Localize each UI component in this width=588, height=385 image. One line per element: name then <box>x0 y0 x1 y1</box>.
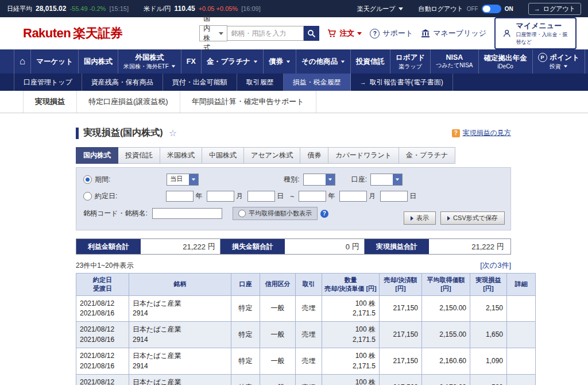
nav-nisa[interactable]: NISA つみたてNISA <box>431 49 478 74</box>
search-icon <box>307 29 316 38</box>
detail-cell <box>507 375 536 385</box>
logout-button[interactable]: ログアウト <box>528 3 581 15</box>
day-label: 日 <box>277 191 284 201</box>
caret-down-icon <box>254 60 257 63</box>
search-button[interactable] <box>304 26 319 41</box>
avg-price-decimal-toggle[interactable]: 平均取得価額小数表示 <box>233 207 318 220</box>
stock-code-name-input[interactable] <box>152 208 222 219</box>
nav-point-investment[interactable]: ポイント 投資 <box>533 49 585 74</box>
subnav-account-top[interactable]: 口座管理トップ <box>14 74 82 91</box>
subnav-trade-history[interactable]: 取引履歴 <box>237 74 284 91</box>
subnav-trade-reports[interactable]: 取引報告書等(電子書面) <box>351 74 453 91</box>
to-day-input[interactable] <box>380 191 408 202</box>
from-month-input[interactable] <box>207 191 234 202</box>
tab-realized-pl[interactable]: 実現損益 <box>23 91 77 113</box>
from-day-input[interactable] <box>247 191 275 202</box>
ptab-domestic-stock[interactable]: 国内株式 <box>76 147 118 164</box>
realized-pl-total-value: 21,222 円 <box>429 239 509 254</box>
from-year-input[interactable] <box>166 191 194 202</box>
ptab-gold-platinum[interactable]: 金・プラチナ <box>399 147 455 164</box>
search-category-select[interactable]: 国内株式 <box>199 25 227 41</box>
ptab-asean-stock[interactable]: アセアン株式 <box>244 147 300 164</box>
table-row: 2021/08/122021/08/16 日本たばこ産業2914 特定 一般 売… <box>76 295 536 322</box>
moneybridge-link[interactable]: マネーブリッジ <box>421 28 486 38</box>
table-header-row: 約定日受渡日 銘柄 口座 信用区分 取引 数量売却/決済単価 [円] 売却/決済… <box>76 274 536 296</box>
nav-label: 確定拠出年金 <box>484 53 527 63</box>
favorite-star-icon[interactable] <box>169 128 177 138</box>
nav-ideco[interactable]: 確定拠出年金 iDeCo <box>479 49 533 74</box>
col-amount: 売却/決済額[円] <box>380 274 422 296</box>
nav-label: マーケット <box>36 57 73 67</box>
tab-annual-pl-taxreturn[interactable]: 年間損益計算・確定申告サポート <box>180 91 316 113</box>
ptab-us-stock[interactable]: 米国株式 <box>160 147 202 164</box>
nav-foreign-stock[interactable]: 外国株式 米国株・海外ETF <box>118 49 181 74</box>
col-margin: 信用区分 <box>260 274 296 296</box>
date-cell: 2021/08/122021/08/16 <box>76 348 129 375</box>
ptab-bonds[interactable]: 債券 <box>300 147 328 164</box>
support-menu[interactable]: サポート <box>370 28 413 38</box>
account-select[interactable] <box>370 174 403 186</box>
nav-investment-trust[interactable]: 投資信託 <box>351 49 390 74</box>
trade-date-radio[interactable] <box>83 192 92 201</box>
to-month-input[interactable] <box>339 191 367 202</box>
avg-toggle-label: 平均取得価額小数表示 <box>249 209 312 218</box>
ptab-china-stock[interactable]: 中国株式 <box>202 147 244 164</box>
margin-cell: 一般 <box>260 375 296 385</box>
help-link-label: 実現損益の見方 <box>463 128 511 138</box>
subnav-buying-power[interactable]: 買付・出金可能額 <box>163 74 237 91</box>
csv-button-label: CSV形式で保存 <box>453 214 498 222</box>
pl-cell: 500 <box>470 375 507 385</box>
nav-fx[interactable]: FX <box>181 49 202 74</box>
help-link[interactable]: 実現損益の見方 <box>452 128 511 138</box>
search-input[interactable] <box>227 26 304 41</box>
ptab-investment-trust[interactable]: 投資信託 <box>118 147 160 164</box>
nav-market[interactable]: マーケット <box>31 49 79 74</box>
next-page-link[interactable]: [次の3件] <box>480 260 511 271</box>
tab-specific-account-pl[interactable]: 特定口座損益(譲渡益税) <box>77 91 180 113</box>
profit-total-label: 利益金額合計 <box>76 239 141 254</box>
subnav-balance[interactable]: 資産残高・保有商品 <box>82 74 163 91</box>
nav-domestic-stock[interactable]: 国内株式 <box>79 49 118 74</box>
col-pl: 実現損益[円] <box>470 274 507 296</box>
stock-cell: 日本たばこ産業2914 <box>129 375 231 385</box>
nav-roboad[interactable]: ロボアド 楽ラップ <box>390 49 431 74</box>
realized-pl-table: 約定日受渡日 銘柄 口座 信用区分 取引 数量売却/決済単価 [円] 売却/決済… <box>76 273 536 385</box>
date-cell: 2021/08/122021/08/16 <box>76 295 129 322</box>
filter-panel: 期間: 当日 種別: 口座: 約定日: <box>76 167 511 230</box>
amount-cell: 217,150 <box>380 348 422 375</box>
nav-label: ロボアド <box>396 53 425 63</box>
site-header: Rakuten楽天証券 国内株式 注文 サポート マネーブリッジ マイメニュー … <box>0 17 588 49</box>
period-radio[interactable] <box>83 175 92 184</box>
caret-down-icon <box>563 66 567 68</box>
ptab-label: カバードワラント <box>335 151 392 159</box>
amount-cell: 217,500 <box>380 375 422 385</box>
nav-home[interactable] <box>14 49 31 74</box>
avg-cell: 2,155.00 <box>422 322 470 348</box>
nav-gold-platinum[interactable]: 金・プラチナ <box>202 49 264 74</box>
detail-cell <box>507 295 536 322</box>
ptab-label: アセアン株式 <box>251 151 293 159</box>
rakuten-securities-logo[interactable]: Rakuten楽天証券 <box>23 25 122 42</box>
subnav-label: 資産残高・保有商品 <box>91 78 153 87</box>
avg-toggle-help-icon[interactable] <box>320 210 328 218</box>
to-year-input[interactable] <box>299 191 326 202</box>
subnav-pl-tax-history[interactable]: 損益・税金履歴 <box>284 74 351 91</box>
csv-save-button[interactable]: CSV形式で保存 <box>440 211 505 225</box>
show-button[interactable]: 表示 <box>404 211 436 225</box>
type-select[interactable] <box>303 174 335 186</box>
pl-cell: 2,150 <box>470 295 507 322</box>
order-menu[interactable]: 注文 <box>327 28 362 38</box>
ptab-covered-warrant[interactable]: カバードワラント <box>328 147 399 164</box>
my-menu-button[interactable]: マイメニュー 口座管理・入出金・振替など <box>494 17 577 49</box>
usdjpy-label: 米ドル/円 <box>144 5 171 13</box>
bank-icon <box>421 29 430 37</box>
nav-other-products[interactable]: その他商品 <box>296 49 351 74</box>
ptab-label: 国内株式 <box>83 151 111 159</box>
nav-bonds[interactable]: 債券 <box>264 49 296 74</box>
caret-down-icon <box>357 32 362 35</box>
date-cell: 2021/08/122021/08/16 <box>76 375 129 385</box>
rakuten-group-menu[interactable]: 楽天グループ <box>357 5 404 13</box>
caret-down-icon <box>341 60 345 63</box>
auto-logout-toggle[interactable] <box>482 5 501 13</box>
period-select[interactable]: 当日 <box>167 174 199 186</box>
